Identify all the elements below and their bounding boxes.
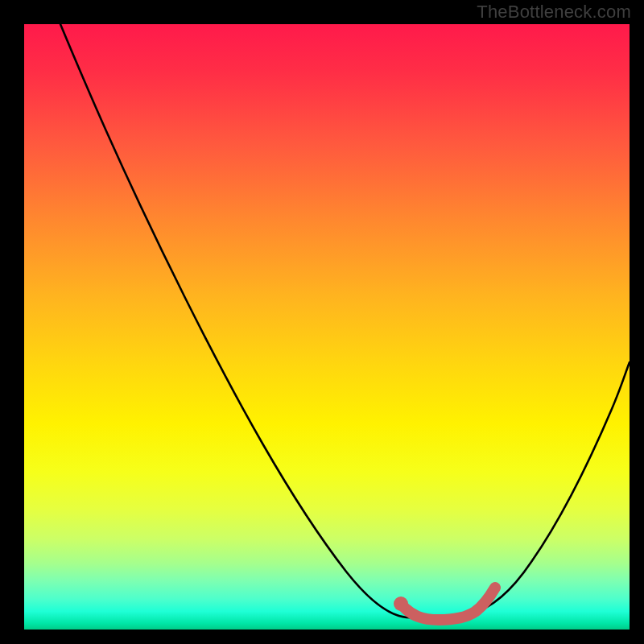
optimal-zone-start-dot	[394, 597, 408, 611]
curve-layer	[24, 24, 630, 630]
plot-area	[24, 24, 630, 630]
watermark-text: TheBottleneck.com	[477, 2, 631, 23]
chart-frame	[10, 10, 634, 634]
optimal-zone-highlight	[401, 588, 495, 620]
bottleneck-curve	[60, 24, 630, 617]
